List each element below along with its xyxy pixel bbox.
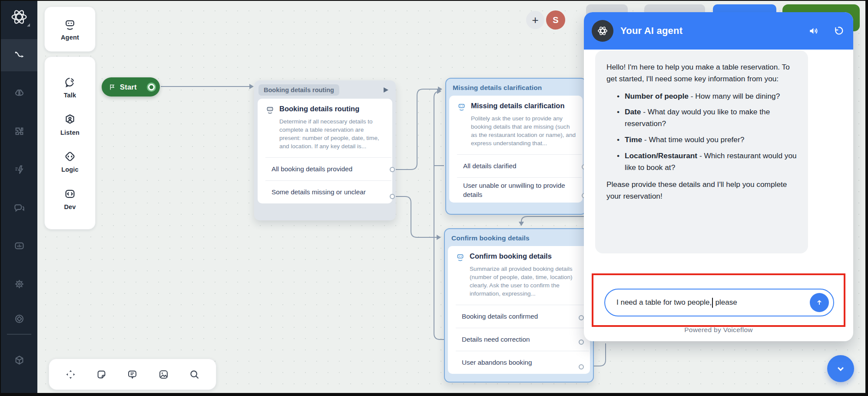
voiceflow-logo-icon[interactable]	[9, 7, 29, 27]
tool-logic[interactable]: Logic	[61, 150, 79, 173]
chat-message-input[interactable]: I need a table for two people, please	[604, 289, 834, 316]
image-icon[interactable]	[158, 369, 169, 380]
run-from-here-icon[interactable]	[382, 86, 390, 94]
talk-icon	[63, 76, 76, 89]
output-port[interactable]	[390, 167, 395, 172]
agent-message-bubble: Hello! I'm here to help you make a table…	[595, 50, 808, 253]
sidebar-item-review[interactable]	[1, 307, 37, 330]
node-header[interactable]: Missing details clarification	[449, 82, 583, 96]
knowledge-icon	[13, 88, 25, 100]
node-option[interactable]: Details need correction	[448, 328, 590, 351]
note-icon[interactable]	[96, 369, 107, 380]
node-confirm-booking-details[interactable]: Confirm booking details Confirm booking …	[444, 228, 594, 383]
workflow-icon	[13, 50, 25, 61]
node-description: Determine if all necessary details to co…	[279, 117, 386, 150]
send-button[interactable]	[810, 293, 829, 312]
list-item: Number of people - How many will be dini…	[617, 90, 797, 102]
tool-talk-label: Talk	[64, 92, 76, 99]
analytics-icon	[13, 240, 25, 252]
voiceflow-logo-icon	[596, 24, 609, 37]
tool-listen-label: Listen	[60, 129, 80, 136]
node-option[interactable]: User abandons booking	[448, 351, 590, 374]
list-item: Time - What time would you prefer?	[617, 134, 797, 146]
comment-icon[interactable]	[126, 369, 138, 380]
input-value: I need a table for two people, please	[616, 298, 737, 308]
sidebar-item-analytics[interactable]	[1, 234, 37, 257]
node-option[interactable]: Booking details confirmed	[448, 305, 590, 328]
node-description: Politely ask the user to provide any boo…	[471, 114, 576, 147]
zoom-add-button[interactable]: +	[526, 11, 544, 29]
node-title: Booking details routing	[279, 105, 359, 113]
robot-icon	[63, 18, 76, 31]
scroll-to-bottom-button[interactable]	[827, 355, 854, 382]
node-option[interactable]: All booking details provided	[258, 158, 392, 180]
app-sidebar	[1, 1, 37, 396]
output-port[interactable]	[579, 339, 584, 345]
sidebar-item-knowledge[interactable]	[1, 82, 37, 105]
dev-icon	[63, 187, 76, 200]
review-icon	[13, 313, 25, 325]
ai-agent-chat-panel: Your AI agent Hello! I'm here to help yo…	[584, 12, 853, 341]
node-booking-details-routing[interactable]: Booking details routing Booking details …	[254, 80, 396, 220]
functions-icon	[13, 164, 25, 176]
sidebar-item-settings[interactable]	[1, 273, 37, 295]
agent-avatar	[592, 20, 613, 42]
move-icon[interactable]	[65, 369, 76, 380]
tool-agent-label: Agent	[61, 34, 79, 41]
settings-icon	[13, 278, 25, 290]
tool-talk[interactable]: Talk	[63, 76, 76, 99]
tools-panel-group-card: Talk Listen Logic Dev	[44, 57, 96, 230]
robot-icon	[456, 253, 465, 262]
sidebar-item-blocks[interactable]	[1, 120, 37, 143]
tool-dev-label: Dev	[64, 203, 76, 210]
node-description: Summarize all provided booking details (…	[470, 265, 584, 298]
node-option[interactable]: User unable or unwilling to provide deta…	[449, 178, 583, 203]
list-item: Date - What day would you like to make t…	[617, 106, 797, 130]
logic-icon	[63, 150, 76, 163]
speaker-icon[interactable]	[808, 25, 819, 37]
search-icon[interactable]	[189, 369, 200, 380]
arrow-up-icon	[815, 298, 824, 307]
sidebar-divider	[7, 334, 31, 335]
output-port[interactable]	[579, 315, 584, 320]
node-missing-details-clarification[interactable]: Missing details clarification Missing de…	[445, 78, 586, 215]
tools-panel-agent-card: Agent	[44, 7, 96, 52]
restart-icon[interactable]	[832, 25, 844, 37]
start-node-label: Start	[120, 83, 143, 91]
message-outro: Please provide these details and I'll he…	[606, 179, 797, 202]
blocks-icon	[13, 126, 25, 137]
chat-header: Your AI agent	[584, 12, 853, 50]
tool-agent[interactable]: Agent	[61, 18, 79, 41]
tool-listen[interactable]: Listen	[60, 113, 80, 136]
text-cursor	[712, 298, 713, 308]
node-option[interactable]: All details clarified	[449, 155, 583, 177]
output-port[interactable]	[579, 364, 584, 369]
node-header[interactable]: Confirm booking details	[448, 232, 590, 246]
conversations-icon	[13, 202, 25, 214]
listen-icon	[63, 113, 76, 126]
start-output-port[interactable]	[147, 83, 156, 92]
plus-icon: +	[532, 13, 538, 27]
list-item: Location/Restaurant - Which restaurant w…	[617, 150, 797, 173]
node-option[interactable]: Some details missing or unclear	[258, 181, 392, 203]
package-icon	[13, 354, 25, 366]
user-avatar[interactable]: S	[545, 9, 567, 31]
node-title: Missing details clarification	[471, 102, 564, 110]
sidebar-item-functions[interactable]	[1, 158, 37, 181]
node-header-chip[interactable]: Booking details routing	[258, 84, 339, 96]
output-port[interactable]	[390, 194, 395, 199]
node-title: Confirm booking details	[470, 252, 552, 260]
sidebar-item-workflow[interactable]	[1, 44, 37, 67]
workspace-switcher-icon[interactable]	[27, 23, 30, 27]
robot-icon	[265, 105, 275, 114]
voiceflow-creator-window: Agent Talk Listen Logi	[0, 0, 868, 396]
canvas-toolbar	[49, 359, 216, 390]
tool-dev[interactable]: Dev	[63, 187, 76, 210]
powered-by-label: Powered by Voiceflow	[584, 326, 853, 334]
sidebar-item-package[interactable]	[1, 349, 37, 371]
flag-icon	[109, 83, 116, 91]
sidebar-item-conversations[interactable]	[1, 196, 37, 219]
tool-logic-label: Logic	[61, 166, 79, 173]
start-node[interactable]: Start	[102, 77, 160, 97]
robot-icon	[457, 102, 466, 111]
